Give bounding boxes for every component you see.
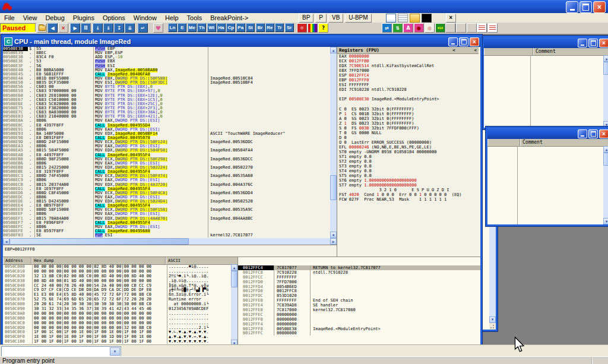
window-list-button[interactable] — [477, 23, 487, 33]
disasm-row[interactable]: 00508E3E.53PUSH EBX — [3, 59, 330, 64]
register-line[interactable]: EBP 0012FFF0 — [337, 78, 479, 83]
maximize-button[interactable] — [459, 37, 468, 46]
maximize-button[interactable] — [588, 39, 598, 48]
disasm-row[interactable]: 00508E50.8B35 DCF35000MOV ESI,DWORD PTR … — [3, 81, 330, 85]
dump-row[interactable]: 0050C01000 00 00 00|00 00 00 00|00 00 00… — [3, 269, 231, 274]
dump-header-hex[interactable]: Hex dump — [31, 257, 166, 264]
panel-button-br[interactable]: Br — [256, 23, 265, 32]
disasm-row[interactable]: 00508EDE.8B15 D4245000MOV EDX,DWORD PTR … — [3, 200, 330, 204]
disasm-row[interactable]: 00508EE9.8B0D 58F15000MOV ECX,DWORD PTR … — [3, 208, 330, 212]
stack-row[interactable]: 0012FFFC00000000 — [238, 331, 480, 335]
close-button[interactable]: × — [599, 39, 608, 48]
column-header-comment[interactable]: Comment — [533, 48, 608, 55]
panel-button-e[interactable]: E — [178, 23, 186, 32]
close-button[interactable]: × — [593, 1, 606, 13]
task-list-button[interactable] — [487, 23, 498, 33]
disasm-row[interactable]: 00508EDC.8B06MOV EAX,DWORD PTR DS:[ESI] — [3, 195, 330, 200]
appearance-colors-button[interactable] — [308, 23, 318, 33]
scroll-thumb[interactable] — [330, 175, 337, 200]
disasm-row[interactable]: 00508E7C.C683 8A030000 00MOV BYTE PTR DS… — [3, 110, 330, 115]
plugin-swap-button[interactable]: ⇄ — [382, 23, 392, 33]
disasm-row[interactable]: 00508E3B.83C4 F0ADD ESP,-10 — [3, 55, 330, 59]
dump-row[interactable]: 0050C0D000 00 00 00|00 00 00 00|00 00 00… — [3, 325, 231, 330]
register-line[interactable]: T 0 GS 0000 NULL — [337, 131, 479, 135]
toolbar-close-button[interactable]: × — [446, 14, 456, 23]
plugin-analyze-button[interactable]: A — [403, 23, 413, 33]
registers-pane[interactable]: Registers (FPU) < < EAX 00000000ECX 0012… — [337, 47, 479, 257]
register-line[interactable]: ST6 empty 1.0000000000000000000 — [337, 178, 479, 183]
register-line[interactable] — [337, 92, 479, 97]
disasm-row[interactable]: 00508EFC.8B06MOV EAX,DWORD PTR DS:[ESI] — [3, 225, 330, 229]
panel-button-re[interactable]: Re — [265, 23, 274, 32]
scroll-up-button[interactable]: ▲ — [231, 264, 238, 271]
register-line[interactable]: EFL 00000246 (NO,NB,E,BE,NS,PE,GE,LE) — [337, 145, 479, 150]
app-titlebar[interactable]: × — [0, 0, 608, 13]
dump-row[interactable]: 0050C0B000 00 00 00|00 00 00 00|00 00 00… — [3, 316, 231, 321]
register-line[interactable]: EIP 00508E38 ImageRed.<ModuleEntryPoint> — [337, 97, 479, 102]
disasm-row[interactable]: 00508E4A.8B1D 88F55000MOV EBX,DWORD PTR … — [3, 77, 330, 81]
dump-header-ascii[interactable]: ASCII — [166, 257, 238, 264]
disasm-row[interactable]: 00508EF7.E8 F896F8FFCALL ImageRed.004955… — [3, 221, 330, 225]
register-line[interactable]: A 0 SS 0023 32bit 0(FFFFFFFF) — [337, 116, 479, 121]
register-line[interactable]: ST7 empty 1.0000000000000000000 — [337, 183, 479, 188]
disasm-row[interactable]: 00508ECB.8B15 20374A00MOV EDX,DWORD PTR … — [3, 183, 330, 187]
register-line[interactable]: C 0 ES 0023 32bit 0(FFFFFFFF) — [337, 107, 479, 112]
scroll-right-button[interactable]: ▶ — [330, 238, 337, 245]
register-line[interactable] — [337, 102, 479, 106]
scroll-thumb[interactable] — [231, 271, 238, 287]
go-to-address-button[interactable]: ♥ — [153, 23, 163, 33]
bp-button-vb[interactable]: VB — [328, 14, 343, 23]
disasm-row[interactable]: 00508EF1.8B15 70A84A00MOV EDX,DWORD PTR … — [3, 217, 330, 221]
execute-till-return-button[interactable]: ↵ — [138, 23, 148, 33]
disasm-row[interactable]: 00508E59.C683 97000000 00MOV BYTE PTR DS… — [3, 89, 330, 93]
stack-row[interactable]: 0012FFE0FFFFFFFFEnd of SEH chain — [238, 298, 480, 303]
disasm-vscrollbar[interactable]: ▲ ▼ — [330, 47, 337, 238]
scroll-down-button[interactable]: ▼ — [603, 218, 608, 224]
console-icon[interactable] — [422, 14, 432, 23]
menu-debug[interactable]: Debug — [41, 13, 68, 23]
disasm-row[interactable]: 00508E8A.8B06MOV EAX,DWORD PTR DS:[ESI] — [3, 119, 330, 123]
minimize-button[interactable] — [448, 37, 458, 46]
dump-row[interactable]: 0050C060E1 E3 00 E4|E5 8D 40 00|45 72 72… — [3, 292, 231, 297]
disasm-row[interactable]: 00508E6E.C683 5C020000 00MOV BYTE PTR DS… — [3, 102, 330, 106]
disasm-row[interactable]: 00508EFE.E8 8597F8FFCALL ImageRed.004956… — [3, 229, 330, 233]
stack-pane[interactable]: 0012FFC47C817077RETURN to kernel32.7C817… — [238, 257, 480, 344]
plugin-record-button[interactable]: ● — [414, 23, 424, 33]
register-line[interactable]: EAX 00000000 — [337, 54, 479, 59]
stack-row[interactable]: 0012FFDC853D1020 — [238, 293, 480, 298]
scroll-down-button[interactable]: ▼ — [330, 232, 337, 238]
dump-row[interactable]: 0050C08020 20 61 74|20 30 30 30|30 30 30… — [3, 302, 231, 306]
stack-row[interactable]: 0012FFC87C910228ntdll.7C910228 — [238, 270, 480, 275]
disasm-row[interactable]: 00508E98.E8 DB91F8FFCALL ImageRed.004950… — [3, 136, 330, 140]
document-icon[interactable] — [386, 14, 396, 23]
minimize-button[interactable] — [578, 129, 587, 138]
panel-button-tr[interactable]: Tr — [275, 23, 284, 32]
disasm-row[interactable]: 00508E39.8BECMOV EBP,ESP — [3, 51, 330, 55]
dump-vscrollbar[interactable]: ▲ ▼ — [231, 264, 238, 344]
stack-row[interactable]: 0012FFF800508E38ImageRed.<ModuleEntryPoi… — [238, 327, 480, 331]
comment-window-2[interactable]: × Comment ▲ ▼ — [486, 126, 608, 226]
cpu-window-titlebar[interactable]: C CPU - main thread, module ImageRed × — [3, 36, 480, 47]
panel-button-me[interactable]: Me — [188, 23, 197, 32]
cpu-window[interactable]: C CPU - main thread, module ImageRed × 0… — [1, 34, 482, 344]
register-line[interactable]: ST4 empty 0.0 — [337, 169, 479, 173]
disasm-row[interactable]: 00508E38$55PUSH EBP — [3, 47, 330, 51]
disasm-row[interactable]: 00508E60.C683 2E010000 00MOV BYTE PTR DS… — [3, 94, 330, 98]
step-into-button[interactable]: ↓ — [93, 23, 103, 33]
run-button[interactable]: ▶ — [70, 23, 80, 33]
disasm-row[interactable]: 00508EB8.8B15 24225000MOV EDX,DWORD PTR … — [3, 166, 330, 170]
panel-button-wi[interactable]: Wi — [207, 23, 216, 32]
register-line[interactable]: 3 2 1 0 E S P U O Z D I — [337, 188, 479, 192]
panel-button-st[interactable]: St — [246, 23, 255, 32]
stack-row[interactable]: 0012FFE47C839AD8SE handler — [238, 303, 480, 308]
panel-button-sr[interactable]: Sr — [285, 23, 294, 32]
panel-button-cp[interactable]: Cp — [226, 23, 235, 32]
register-line[interactable]: ST0 empty -UNORM B938 01050104 00000000 — [337, 150, 479, 154]
register-line[interactable]: O 0 LastErr ERROR_SUCCESS (00000000) — [337, 140, 479, 145]
disasm-row[interactable]: 00508E93.BA 14BF5000MOV EDX,ImageRed.005… — [3, 132, 330, 136]
dump-row[interactable]: 0050C0E01F 00 1C 00|1F 00 1E 00|1F 00 1E… — [3, 330, 231, 334]
plugin-bits-button[interactable]: 010 — [435, 23, 445, 33]
dump-row[interactable]: 0050C03000 8D 40 00|01 8D 40 00|00 00 00… — [3, 278, 231, 283]
column-header-blank[interactable] — [484, 48, 533, 55]
column-header-comment[interactable]: Comment — [520, 139, 608, 146]
